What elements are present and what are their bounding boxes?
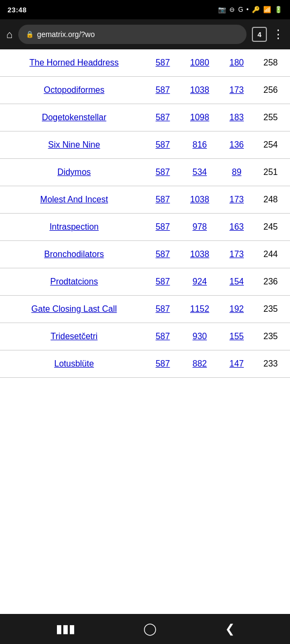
word-link[interactable]: Bronchodilators [44, 250, 104, 259]
num1-link[interactable]: 587 [156, 85, 170, 94]
num1-cell[interactable]: 587 [146, 214, 179, 241]
word-link[interactable]: Prodtatcions [50, 277, 98, 286]
num3-link[interactable]: 147 [229, 359, 244, 368]
word-cell[interactable]: Dogetokenstellar [0, 104, 146, 131]
num3-link[interactable]: 154 [229, 277, 244, 286]
word-cell[interactable]: Bronchodilators [0, 241, 146, 268]
back-button[interactable]: ▮▮▮ [56, 622, 75, 636]
home-nav-button[interactable]: ◯ [143, 622, 157, 636]
num3-cell[interactable]: 173 [220, 186, 253, 214]
num2-cell[interactable]: 1038 [179, 241, 220, 268]
num1-cell[interactable]: 587 [146, 104, 179, 131]
num1-cell[interactable]: 587 [146, 77, 179, 104]
num2-cell[interactable]: 1038 [179, 186, 220, 214]
word-link[interactable]: Molest And Incest [40, 195, 108, 204]
num2-link[interactable]: 978 [192, 222, 207, 231]
word-link[interactable]: Tridesetčetri [50, 332, 97, 341]
num2-cell[interactable]: 1152 [179, 296, 220, 323]
word-cell[interactable]: The Horned Headdress [0, 49, 146, 77]
num2-cell[interactable]: 978 [179, 214, 220, 241]
word-cell[interactable]: Prodtatcions [0, 268, 146, 296]
num1-link[interactable]: 587 [156, 113, 170, 122]
num1-cell[interactable]: 587 [146, 49, 179, 77]
num1-link[interactable]: 587 [156, 58, 170, 67]
word-cell[interactable]: Six Nine Nine [0, 131, 146, 159]
num2-link[interactable]: 534 [192, 167, 207, 177]
num2-cell[interactable]: 1098 [179, 104, 220, 131]
num2-link[interactable]: 930 [192, 332, 207, 341]
num2-cell[interactable]: 816 [179, 131, 220, 159]
num2-link[interactable]: 882 [192, 359, 207, 368]
num1-link[interactable]: 587 [156, 140, 170, 149]
num3-cell[interactable]: 192 [220, 296, 253, 323]
num1-link[interactable]: 587 [156, 167, 170, 177]
num2-link[interactable]: 924 [192, 277, 207, 286]
num1-cell[interactable]: 587 [146, 131, 179, 159]
num1-link[interactable]: 587 [156, 250, 170, 259]
num2-cell[interactable]: 882 [179, 350, 220, 378]
num2-link[interactable]: 1038 [190, 195, 209, 204]
num3-link[interactable]: 89 [232, 167, 242, 177]
word-cell[interactable]: Molest And Incest [0, 186, 146, 214]
num3-link[interactable]: 192 [229, 304, 244, 313]
num2-link[interactable]: 1038 [190, 85, 209, 94]
word-link[interactable]: Lotusblüte [54, 359, 94, 368]
num3-cell[interactable]: 180 [220, 49, 253, 77]
num3-link[interactable]: 173 [229, 250, 244, 259]
num1-link[interactable]: 587 [156, 359, 170, 368]
num3-cell[interactable]: 147 [220, 350, 253, 378]
num1-link[interactable]: 587 [156, 304, 170, 313]
num2-cell[interactable]: 1038 [179, 77, 220, 104]
menu-button[interactable]: ⋮ [272, 27, 284, 41]
num3-link[interactable]: 163 [229, 222, 244, 231]
word-link[interactable]: Dogetokenstellar [42, 113, 106, 122]
num3-link[interactable]: 155 [229, 332, 244, 341]
num1-cell[interactable]: 587 [146, 241, 179, 268]
num3-link[interactable]: 183 [229, 113, 244, 122]
word-link[interactable]: Octopodiformes [44, 85, 104, 94]
recents-button[interactable]: ❮ [225, 622, 235, 636]
num1-cell[interactable]: 587 [146, 159, 179, 186]
num2-cell[interactable]: 930 [179, 323, 220, 350]
word-cell[interactable]: Intraspection [0, 214, 146, 241]
address-bar[interactable]: 🔒 gematrix.org/?wo [18, 25, 247, 44]
num2-link[interactable]: 1080 [190, 58, 209, 67]
num1-cell[interactable]: 587 [146, 186, 179, 214]
num3-cell[interactable]: 136 [220, 131, 253, 159]
num3-cell[interactable]: 173 [220, 77, 253, 104]
word-link[interactable]: The Horned Headdress [30, 58, 119, 67]
num3-cell[interactable]: 173 [220, 241, 253, 268]
num3-link[interactable]: 136 [229, 140, 244, 149]
num3-cell[interactable]: 154 [220, 268, 253, 296]
word-cell[interactable]: Lotusblüte [0, 350, 146, 378]
num2-cell[interactable]: 1080 [179, 49, 220, 77]
word-link[interactable]: Didymos [57, 167, 91, 177]
word-cell[interactable]: Gate Closing Last Call [0, 296, 146, 323]
num3-cell[interactable]: 89 [220, 159, 253, 186]
num1-link[interactable]: 587 [156, 222, 170, 231]
word-cell[interactable]: Didymos [0, 159, 146, 186]
word-link[interactable]: Intraspection [49, 222, 99, 231]
word-cell[interactable]: Octopodiformes [0, 77, 146, 104]
num3-link[interactable]: 180 [229, 58, 244, 67]
num2-link[interactable]: 1152 [190, 304, 209, 313]
num1-link[interactable]: 587 [156, 277, 170, 286]
num1-cell[interactable]: 587 [146, 268, 179, 296]
num2-link[interactable]: 816 [192, 140, 207, 149]
num3-link[interactable]: 173 [229, 85, 244, 94]
num2-link[interactable]: 1038 [190, 250, 209, 259]
tabs-button[interactable]: 4 [252, 27, 267, 42]
num1-cell[interactable]: 587 [146, 296, 179, 323]
num1-link[interactable]: 587 [156, 332, 170, 341]
num2-cell[interactable]: 924 [179, 268, 220, 296]
num1-link[interactable]: 587 [156, 195, 170, 204]
home-button[interactable]: ⌂ [6, 28, 13, 41]
num1-cell[interactable]: 587 [146, 323, 179, 350]
num2-link[interactable]: 1098 [190, 113, 209, 122]
num3-link[interactable]: 173 [229, 195, 244, 204]
num3-cell[interactable]: 155 [220, 323, 253, 350]
word-link[interactable]: Six Nine Nine [48, 140, 100, 149]
word-cell[interactable]: Tridesetčetri [0, 323, 146, 350]
num1-cell[interactable]: 587 [146, 350, 179, 378]
num3-cell[interactable]: 183 [220, 104, 253, 131]
